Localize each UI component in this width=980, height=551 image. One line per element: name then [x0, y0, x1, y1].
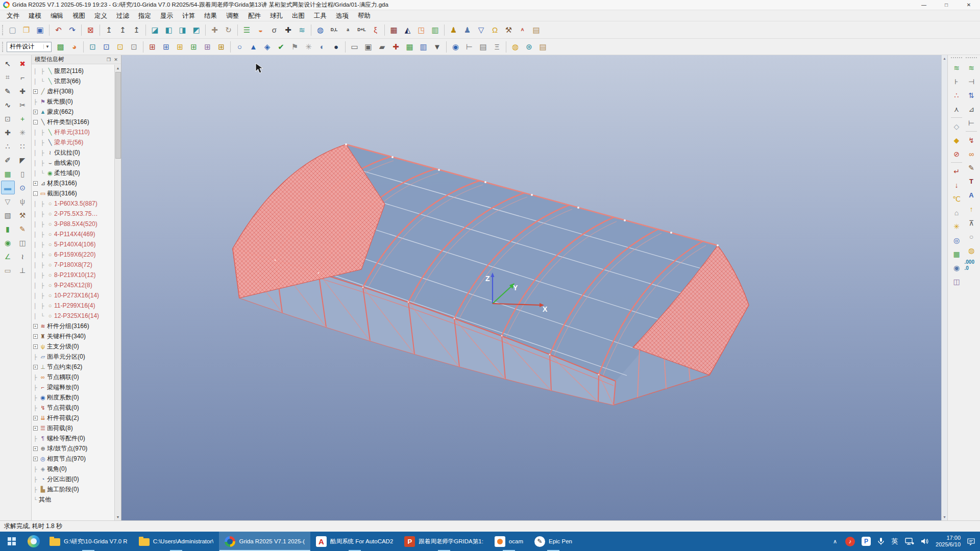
zoom-extents-icon[interactable]: ⊠ [84, 23, 97, 36]
region-eye-icon[interactable]: ◫ [950, 274, 964, 288]
tree-scroll-thumb[interactable] [115, 72, 121, 159]
person-blue-icon[interactable]: ♟ [461, 23, 474, 36]
menu-item-15[interactable]: 工具 [309, 10, 331, 21]
menu-item-10[interactable]: 结果 [200, 10, 222, 21]
expand-icon[interactable]: + [33, 344, 38, 349]
fork-tool-icon[interactable]: ψ [16, 194, 30, 208]
overlap-rect-icon[interactable]: ◫ [16, 236, 30, 249]
red-a-tool-icon[interactable]: A [516, 23, 529, 36]
donut-tool-icon[interactable]: ◍ [509, 40, 522, 53]
open-folder-icon[interactable]: ❐ [20, 23, 33, 36]
toolbar-grip[interactable] [2, 42, 4, 52]
tree-item-12[interactable]: -▭截面(3166) [32, 188, 114, 198]
taskbar-ppt[interactable]: P跟着周老师学GRIDA第1: [399, 532, 489, 551]
cut-scissors-icon[interactable]: ✂ [16, 98, 30, 112]
bell-gold-icon[interactable]: Ω [488, 23, 501, 36]
tree-item-26[interactable]: +♜关键杆件(340) [32, 331, 114, 341]
delete-x-icon[interactable]: ✖ [16, 57, 30, 70]
menu-item-4[interactable]: 视图 [68, 10, 90, 21]
menu-item-13[interactable]: 球孔 [265, 10, 287, 21]
toolbar-grip[interactable] [966, 57, 977, 59]
menu-item-7[interactable]: 指定 [134, 10, 156, 21]
viewport-scrollbar[interactable]: ▲ ▼ [941, 55, 947, 520]
temp-load-icon[interactable]: ℃ [950, 192, 964, 206]
clipboard-2-icon[interactable]: ▤ [536, 40, 549, 53]
load-case-dl-icon[interactable]: D,L [328, 23, 340, 36]
bowtie-select-icon[interactable]: ◈ [261, 40, 274, 53]
menu-item-9[interactable]: 计算 [178, 10, 200, 21]
tree-item-11[interactable]: +⊿材质(3166) [32, 178, 114, 188]
tree-item-25[interactable]: +≋杆件分组(3166) [32, 321, 114, 331]
load-case-dle-icon[interactable]: D+L [355, 23, 368, 36]
tree-item-7[interactable]: │├╲梁单元(56) [32, 137, 114, 147]
text-a-icon[interactable]: A [965, 188, 978, 202]
beam-updown-icon[interactable]: ⇅ [965, 88, 978, 102]
rect-diag-icon[interactable]: ▰ [376, 40, 388, 53]
axis-x-view-icon[interactable]: ↥ [130, 23, 143, 36]
toolbar-grip[interactable] [951, 57, 962, 59]
select-group-a-icon[interactable]: ⊞ [146, 40, 159, 53]
decimal-precision-readout[interactable]: .000.0 [965, 259, 978, 271]
snap-tool-icon[interactable]: ⌐ [16, 70, 30, 84]
array-dots-icon[interactable]: ∴ [1, 139, 15, 153]
dots-grid-icon[interactable]: ∷ [16, 139, 30, 153]
scroll-down-icon[interactable]: ▼ [115, 514, 121, 520]
taskbar-folder-grida[interactable]: G:\研究\10-Grida V7.0 R [44, 532, 133, 551]
select-arrow-icon[interactable]: ↖ [1, 57, 15, 70]
tree-item-38[interactable]: +◎相贯节点(970) [32, 454, 114, 464]
active-rect-icon[interactable]: ▬ [1, 181, 15, 194]
menu-item-1[interactable]: 文件 [2, 10, 24, 21]
select-members-icon[interactable]: ⊡ [100, 40, 113, 53]
tri-select-icon[interactable]: ◤ [16, 153, 30, 167]
tree-item-1[interactable]: │└╲弦层3(66) [32, 76, 114, 86]
zoom-node-icon[interactable]: ◎ [950, 233, 964, 247]
select-group-f-icon[interactable]: ⊞ [215, 40, 228, 53]
balance-tool-icon[interactable]: Ξ [491, 40, 503, 53]
contour-dome-icon[interactable]: ◒ [254, 23, 267, 36]
menu-item-3[interactable]: 编辑 [46, 10, 68, 21]
select-group-b-icon[interactable]: ⊞ [160, 40, 173, 53]
tree-item-16[interactable]: │├○4-P114X4(469) [32, 229, 114, 239]
person-gold-icon[interactable]: ♟ [447, 23, 460, 36]
beam-dim-icon[interactable]: ⊢ [965, 116, 978, 130]
expand-icon[interactable]: + [33, 426, 38, 431]
beam-chain-icon[interactable]: ∞ [965, 147, 978, 161]
netease-music-icon[interactable]: ♪ [845, 537, 855, 546]
puzzle-piece-icon[interactable]: ◳ [415, 23, 428, 36]
flask-icon[interactable]: ▽ [475, 23, 487, 36]
measure-tool-icon[interactable]: ⊢ [463, 40, 476, 53]
view-cube-front-icon[interactable]: ◧ [162, 23, 175, 36]
tree-item-34[interactable]: +⇊杆件荷载(2) [32, 413, 114, 423]
text-tt-icon[interactable]: T [965, 174, 978, 188]
wave-sphere-icon[interactable]: ◍ [314, 23, 327, 36]
select-poly-icon[interactable]: ⊡ [128, 40, 140, 53]
node-load-icon[interactable]: ↓ [950, 178, 964, 192]
no-rotate-icon[interactable]: ⊘ [950, 147, 964, 161]
spring-tool-icon[interactable]: ≀ [16, 249, 30, 263]
tree-item-13[interactable]: │├○1-P60X3.5(887) [32, 198, 114, 209]
tree-item-14[interactable]: │├○2-P75.5X3.75… [32, 209, 114, 219]
load-case-a-icon[interactable]: a [341, 23, 354, 36]
select-nodes-icon[interactable]: ⊡ [86, 40, 99, 53]
table-mini-icon[interactable]: ▦ [403, 40, 416, 53]
tree-item-31[interactable]: ├⌐梁端释放(0) [32, 382, 114, 392]
action-center-icon[interactable] [967, 532, 975, 551]
eave-load-icon[interactable]: ⌂ [950, 206, 964, 219]
pan-hand-icon[interactable]: ✚ [208, 23, 221, 36]
tray-chevron-icon[interactable]: ∧ [831, 532, 839, 551]
toolbar-grip[interactable] [2, 25, 4, 35]
menu-item-14[interactable]: 出图 [287, 10, 309, 21]
taskbar-epicpen[interactable]: ✎Epic Pen [529, 532, 578, 551]
star-burst-icon[interactable]: ✳ [16, 126, 30, 139]
tree-item-41[interactable]: ├▙施工阶段(0) [32, 484, 114, 494]
tree-item-4[interactable]: +▲蒙皮(662) [32, 107, 114, 117]
result-chart-icon[interactable]: ▥ [429, 23, 442, 36]
circle-blank-icon[interactable]: ○ [965, 230, 978, 243]
info-circle-icon[interactable]: ◉ [449, 40, 462, 53]
select-group-e-icon[interactable]: ⊞ [201, 40, 214, 53]
tree-item-8[interactable]: │├≀仅抗拉(0) [32, 147, 114, 158]
tree-item-36[interactable]: ├¶螺栓等配件(0) [32, 433, 114, 443]
sphere-dark-icon[interactable]: ● [330, 40, 342, 53]
expand-icon[interactable]: + [33, 324, 38, 329]
tree-item-0[interactable]: │├╲腹层2(116) [32, 66, 114, 76]
